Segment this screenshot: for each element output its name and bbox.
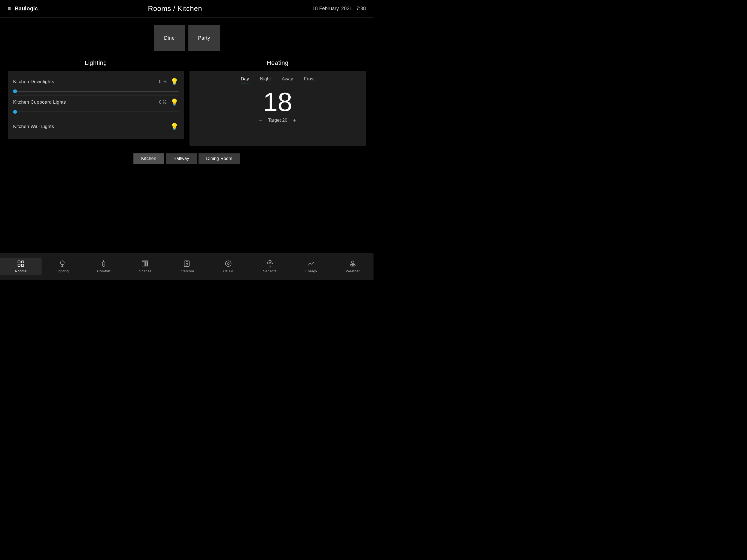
light-name-cupboard: Kitchen Cupboard Lights xyxy=(13,100,66,105)
cctv-icon xyxy=(225,260,232,268)
svg-point-20 xyxy=(269,262,271,263)
nav-label-intercom: Intercom xyxy=(180,269,194,273)
sensors-icon xyxy=(266,260,274,268)
comfort-icon xyxy=(100,260,107,268)
nav-item-cctv[interactable]: CCTV xyxy=(208,258,249,275)
shades-icon xyxy=(141,260,149,268)
light-row-cupboard: Kitchen Cupboard Lights 0 % 💡 xyxy=(13,96,179,116)
svg-rect-3 xyxy=(21,264,24,266)
light-row-header-cupboard: Kitchen Cupboard Lights 0 % 💡 xyxy=(13,98,179,106)
lighting-icon xyxy=(58,260,66,268)
bulb-icon-cupboard[interactable]: 💡 xyxy=(170,98,179,106)
lighting-title: Lighting xyxy=(8,59,184,67)
light-row-header-downlights: Kitchen Downlights 0 % 💡 xyxy=(13,78,179,85)
nav-label-sensors: Sensors xyxy=(263,269,277,273)
nav-label-rooms: Rooms xyxy=(15,269,27,273)
nav-item-sensors[interactable]: Sensors xyxy=(249,258,291,275)
scenes-container: Dine Party xyxy=(0,18,374,57)
slider-container-cupboard xyxy=(13,108,179,113)
svg-point-21 xyxy=(351,261,354,263)
heating-title: Heating xyxy=(189,59,366,67)
heating-mode-night[interactable]: Night xyxy=(260,76,271,83)
svg-point-14 xyxy=(186,263,188,265)
nav-item-weather[interactable]: Weather xyxy=(332,258,374,275)
svg-rect-2 xyxy=(18,264,20,266)
bottom-nav: Rooms Lighting Comfort Shades xyxy=(0,253,374,280)
light-row-header-wall: Kitchen Wall Lights 💡 xyxy=(13,119,179,132)
room-tabs: Kitchen Hallway Dining Room xyxy=(0,153,374,164)
room-tab-hallway[interactable]: Hallway xyxy=(166,153,197,164)
energy-icon xyxy=(307,260,315,268)
header: ≡ Baulogic Rooms / Kitchen 18 February, … xyxy=(0,0,374,18)
bulb-icon-downlights[interactable]: 💡 xyxy=(170,78,179,85)
heating-mode-away[interactable]: Away xyxy=(282,76,293,83)
menu-icon[interactable]: ≡ xyxy=(8,5,11,12)
heating-section: Heating Day Night Away Frost 18 − Target… xyxy=(189,59,366,146)
bulb-icon-wall[interactable]: 💡 xyxy=(170,123,179,130)
header-date: 18 February, 2021 xyxy=(312,6,352,11)
scene-dine-button[interactable]: Dine xyxy=(154,25,185,51)
nav-label-shades: Shades xyxy=(139,269,152,273)
rooms-icon xyxy=(17,260,25,268)
nav-item-rooms[interactable]: Rooms xyxy=(0,258,42,275)
light-row-downlights: Kitchen Downlights 0 % 💡 xyxy=(13,75,179,96)
nav-item-energy[interactable]: Energy xyxy=(290,258,332,275)
nav-item-shades[interactable]: Shades xyxy=(124,258,166,275)
brand-name: Baulogic xyxy=(15,5,38,12)
light-row-wall: Kitchen Wall Lights 💡 xyxy=(13,116,179,135)
nav-item-lighting[interactable]: Lighting xyxy=(42,258,83,275)
main-content: Lighting Kitchen Downlights 0 % 💡 K xyxy=(0,59,374,146)
downlights-slider[interactable] xyxy=(13,91,179,92)
heating-current-temp: 18 xyxy=(263,89,292,115)
lighting-section: Lighting Kitchen Downlights 0 % 💡 K xyxy=(8,59,184,146)
heating-target-row: − Target 20 + xyxy=(258,117,298,123)
header-datetime: 18 February, 2021 7:38 xyxy=(312,6,366,11)
scene-party-button[interactable]: Party xyxy=(188,25,220,51)
svg-rect-0 xyxy=(18,261,20,263)
light-percent-cupboard: 0 % xyxy=(159,100,166,105)
room-tab-dining-room[interactable]: Dining Room xyxy=(199,153,240,164)
cupboard-slider[interactable] xyxy=(13,111,179,112)
heating-target-label: Target 20 xyxy=(268,118,287,123)
heating-mode-frost[interactable]: Frost xyxy=(304,76,315,83)
header-left: ≡ Baulogic xyxy=(8,5,38,12)
svg-rect-6 xyxy=(143,261,148,262)
light-percent-downlights: 0 % xyxy=(159,79,166,84)
nav-label-cctv: CCTV xyxy=(223,269,233,273)
heating-modes: Day Night Away Frost xyxy=(196,76,359,83)
slider-container-downlights xyxy=(13,88,179,93)
room-tab-kitchen[interactable]: Kitchen xyxy=(133,153,164,164)
heating-mode-day[interactable]: Day xyxy=(241,76,249,83)
header-time: 7:38 xyxy=(356,6,366,11)
light-right-cupboard: 0 % 💡 xyxy=(159,98,179,106)
light-name-downlights: Kitchen Downlights xyxy=(13,79,54,84)
lighting-panel: Kitchen Downlights 0 % 💡 Kitchen Cupboar… xyxy=(8,71,184,139)
nav-item-comfort[interactable]: Comfort xyxy=(83,258,125,275)
nav-label-energy: Energy xyxy=(305,269,317,273)
heating-panel: Day Night Away Frost 18 − Target 20 + xyxy=(189,71,366,146)
temp-decrease-button[interactable]: − xyxy=(258,117,264,123)
temp-increase-button[interactable]: + xyxy=(292,117,298,123)
page-title: Rooms / Kitchen xyxy=(148,4,202,13)
nav-label-weather: Weather xyxy=(346,269,360,273)
intercom-icon xyxy=(183,260,190,268)
light-right-downlights: 0 % 💡 xyxy=(159,78,179,85)
weather-icon xyxy=(349,260,357,268)
nav-label-lighting: Lighting xyxy=(56,269,69,273)
nav-item-intercom[interactable]: Intercom xyxy=(166,258,208,275)
svg-point-17 xyxy=(227,263,229,265)
svg-point-16 xyxy=(225,261,231,266)
nav-label-comfort: Comfort xyxy=(97,269,110,273)
svg-rect-1 xyxy=(21,261,24,263)
light-name-wall: Kitchen Wall Lights xyxy=(13,124,54,129)
